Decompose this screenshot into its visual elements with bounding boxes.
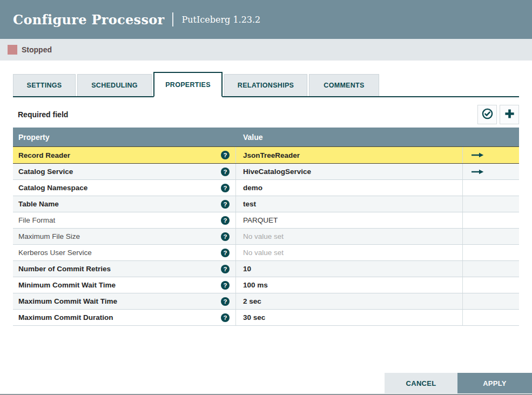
row-actions-cell — [463, 147, 519, 163]
property-name: Catalog Service — [18, 168, 73, 176]
property-name: Table Name — [18, 200, 59, 208]
property-row[interactable]: File Format?PARQUET — [13, 212, 519, 229]
property-name: Maximum File Size — [18, 232, 80, 240]
row-actions-cell — [463, 310, 519, 325]
column-header-value: Value — [236, 133, 519, 142]
property-name: Number of Commit Retries — [18, 265, 111, 273]
property-name-cell: Table Name? — [13, 196, 236, 212]
property-row[interactable]: Number of Commit Retries?10 — [13, 261, 519, 277]
property-value-cell[interactable]: HiveCatalogService — [236, 164, 463, 179]
property-name-cell: Maximum Commit Wait Time? — [13, 293, 236, 309]
property-name: Catalog Namespace — [18, 184, 87, 192]
property-row[interactable]: Catalog Service?HiveCatalogService — [13, 164, 519, 180]
row-actions-cell — [463, 293, 519, 309]
property-value-cell[interactable]: No value set — [236, 245, 463, 260]
go-to-service-arrow-icon[interactable] — [472, 152, 484, 158]
status-bar: Stopped — [0, 39, 532, 61]
help-question-icon[interactable]: ? — [221, 249, 230, 257]
verify-properties-button[interactable] — [477, 105, 497, 124]
properties-toolbar: Required field — [13, 104, 519, 125]
tab-properties[interactable]: PROPERTIES — [153, 72, 223, 97]
tab-comments[interactable]: COMMENTS — [309, 74, 379, 96]
apply-button[interactable]: APPLY — [457, 373, 532, 393]
go-to-service-arrow-icon[interactable] — [472, 169, 484, 175]
property-row[interactable]: Maximum Commit Duration?30 sec — [13, 310, 519, 326]
property-row[interactable]: Record Reader?JsonTreeReader — [13, 146, 519, 164]
property-row[interactable]: Catalog Namespace?demo — [13, 180, 519, 196]
property-name-cell: Minimum Commit Wait Time? — [13, 277, 236, 293]
add-property-button[interactable] — [500, 105, 519, 124]
property-name: Minimum Commit Wait Time — [18, 281, 116, 289]
row-actions-cell — [463, 245, 519, 260]
dialog-title: Configure Processor — [13, 12, 164, 28]
help-question-icon[interactable]: ? — [221, 232, 230, 241]
property-name-cell: Catalog Service? — [13, 164, 236, 179]
check-circle-icon — [482, 108, 493, 122]
row-actions-cell — [463, 180, 519, 196]
configure-processor-dialog: Configure Processor PutIceberg 1.23.2 St… — [0, 0, 532, 326]
table-body: Record Reader?JsonTreeReaderCatalog Serv… — [13, 146, 519, 326]
property-name-cell: Catalog Namespace? — [13, 180, 236, 196]
property-row[interactable]: Table Name?test — [13, 196, 519, 212]
help-question-icon[interactable]: ? — [221, 265, 230, 273]
property-value-cell[interactable]: JsonTreeReader — [236, 147, 463, 163]
required-field-label: Required field — [13, 110, 68, 119]
dialog-footer: CANCEL APPLY — [385, 373, 532, 393]
row-actions-cell — [463, 277, 519, 293]
row-actions-cell — [463, 229, 519, 244]
processor-type-version: PutIceberg 1.23.2 — [181, 15, 260, 25]
property-name-cell: Number of Commit Retries? — [13, 261, 236, 277]
cancel-button[interactable]: CANCEL — [385, 373, 457, 393]
help-question-icon[interactable]: ? — [221, 281, 230, 290]
column-header-property: Property — [13, 133, 236, 142]
property-value-cell[interactable]: demo — [236, 180, 463, 196]
property-name: Record Reader — [18, 151, 70, 159]
tab-relationships[interactable]: RELATIONSHIPS — [224, 74, 307, 96]
property-name: Maximum Commit Wait Time — [18, 297, 117, 305]
property-row[interactable]: Kerberos User Service?No value set — [13, 245, 519, 261]
tab-scheduling[interactable]: SCHEDULING — [77, 74, 152, 96]
plus-icon — [504, 108, 515, 122]
property-name: Maximum Commit Duration — [18, 313, 113, 322]
tab-strip: SETTINGSSCHEDULINGPROPERTIESRELATIONSHIP… — [13, 72, 519, 97]
property-value-cell[interactable]: test — [236, 196, 463, 212]
help-question-icon[interactable]: ? — [221, 184, 230, 192]
title-divider — [172, 12, 173, 26]
property-name: Kerberos User Service — [18, 249, 92, 257]
property-value-cell[interactable]: No value set — [236, 229, 463, 244]
properties-table: Property Value Record Reader?JsonTreeRea… — [13, 128, 519, 326]
tab-settings[interactable]: SETTINGS — [13, 74, 76, 96]
help-question-icon[interactable]: ? — [221, 151, 230, 159]
property-row[interactable]: Maximum Commit Wait Time?2 sec — [13, 293, 519, 310]
help-question-icon[interactable]: ? — [221, 313, 230, 322]
stopped-status-icon — [8, 45, 17, 55]
dialog-header: Configure Processor PutIceberg 1.23.2 — [0, 0, 532, 39]
property-name-cell: Maximum Commit Duration? — [13, 310, 236, 325]
row-actions-cell — [463, 212, 519, 228]
help-question-icon[interactable]: ? — [221, 168, 230, 176]
status-label: Stopped — [22, 45, 52, 54]
help-question-icon[interactable]: ? — [221, 216, 230, 225]
property-row[interactable]: Maximum File Size?No value set — [13, 229, 519, 245]
property-name-cell: File Format? — [13, 212, 236, 228]
property-value-cell[interactable]: 2 sec — [236, 293, 463, 309]
property-value-cell[interactable]: PARQUET — [236, 212, 463, 228]
property-row[interactable]: Minimum Commit Wait Time?100 ms — [13, 277, 519, 293]
property-name-cell: Maximum File Size? — [13, 229, 236, 244]
property-value-cell[interactable]: 10 — [236, 261, 463, 277]
property-value-cell[interactable]: 100 ms — [236, 277, 463, 293]
property-value-cell[interactable]: 30 sec — [236, 310, 463, 325]
table-header-row: Property Value — [13, 128, 519, 146]
row-actions-cell — [463, 261, 519, 277]
property-name: File Format — [18, 216, 55, 224]
row-actions-cell — [463, 196, 519, 212]
help-question-icon[interactable]: ? — [221, 200, 230, 209]
row-actions-cell — [463, 164, 519, 179]
property-name-cell: Record Reader? — [13, 147, 236, 163]
property-name-cell: Kerberos User Service? — [13, 245, 236, 260]
help-question-icon[interactable]: ? — [221, 297, 230, 306]
